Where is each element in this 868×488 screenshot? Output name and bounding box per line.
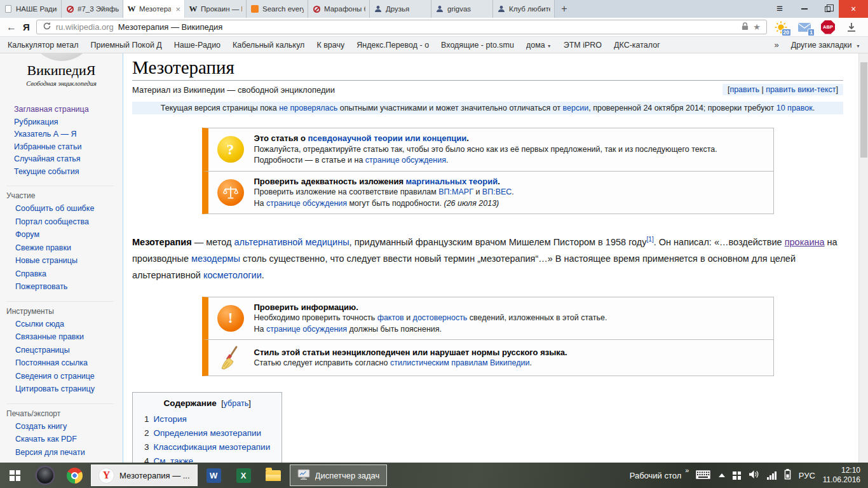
sidebar-item-help[interactable]: Справка — [15, 269, 46, 278]
toc-hide-link[interactable]: убрать — [224, 399, 248, 408]
sidebar-item-related-changes[interactable]: Связанные правки — [15, 332, 84, 341]
network-signal-icon[interactable] — [767, 471, 776, 480]
tab-nashe-radio[interactable]: НАШЕ Радио — [0, 0, 62, 18]
sidebar-item-permanent-link[interactable]: Постоянная ссылка — [15, 358, 88, 367]
tab-mezoterapiya-active[interactable]: W Мезотерапия × — [123, 0, 185, 18]
facts-link[interactable]: фактов — [377, 313, 404, 322]
sidebar-item-printable[interactable]: Версия для печати — [15, 448, 85, 457]
sidebar-item-page-info[interactable]: Сведения о странице — [15, 372, 95, 381]
tab-druzya[interactable]: Друзья — [370, 0, 431, 18]
task-manager-taskbar-button[interactable]: Диспетчер задач — [290, 464, 388, 486]
sidebar-item-forum[interactable]: Форум — [15, 230, 39, 239]
battery-icon[interactable] — [784, 469, 791, 482]
sidebar-item-featured[interactable]: Избранные статьи — [14, 142, 82, 151]
wikipedia-globe-logo[interactable] — [29, 53, 95, 61]
vp-ves-link[interactable]: ВП:ВЕС — [482, 187, 512, 196]
yandex-browser-taskbar-button[interactable]: Y Мезотерапия — ... — [91, 464, 198, 486]
version-link[interactable]: версии — [563, 104, 589, 112]
reload-icon[interactable] — [43, 22, 51, 32]
toc-link-classification[interactable]: Классификация мезотерапии — [154, 442, 271, 452]
tab-klub[interactable]: Клуб любите — [493, 0, 555, 18]
sidebar-item-donate[interactable]: Пожертвовать — [15, 282, 67, 291]
sidebar-item-recent-changes[interactable]: Свежие правки — [15, 243, 71, 252]
tab-marafony[interactable]: Марафоны бр — [308, 0, 370, 18]
toc-link-see-also[interactable]: См. также — [154, 456, 194, 463]
start-button[interactable] — [0, 463, 30, 488]
mail-extension-icon[interactable]: 1 — [797, 20, 812, 35]
vp-marg-link[interactable]: ВП:МАРГ — [438, 187, 473, 196]
sidebar-item-create-book[interactable]: Создать книгу — [15, 422, 67, 431]
tab-close-icon[interactable]: × — [174, 4, 180, 14]
clock[interactable]: 12:10 11.06.2016 — [823, 466, 860, 485]
tray-expand-icon[interactable] — [719, 473, 725, 477]
sidebar-item-main-page[interactable]: Заглавная страница — [14, 105, 89, 114]
bookmark-item[interactable]: Наше-Радио — [174, 41, 220, 50]
bookmark-star-icon[interactable]: ★ — [753, 22, 761, 32]
back-icon[interactable]: ← — [6, 22, 17, 33]
url-input[interactable]: ru.wikipedia.org Мезотерапия — Википедия… — [36, 20, 767, 34]
bookmark-item[interactable]: К врачу — [316, 41, 344, 50]
sidebar-item-download-pdf[interactable]: Скачать как PDF — [15, 435, 77, 444]
bookmark-item[interactable]: Калькулятор метал — [8, 41, 79, 50]
verifiability-link[interactable]: достоверность — [413, 313, 468, 322]
not-checked-link[interactable]: не проверялась — [279, 104, 337, 112]
windows-tray-icon[interactable] — [733, 471, 741, 480]
downloads-icon[interactable] — [844, 20, 859, 35]
tab-search-everything[interactable]: Search everyth — [247, 0, 308, 18]
reference-1[interactable]: [1] — [647, 236, 654, 243]
adblock-plus-icon[interactable]: ABP — [820, 20, 836, 35]
scrollbar-thumb[interactable] — [860, 62, 867, 158]
tab-eyjafjall[interactable]: #7_3 Эйяфьяд — [62, 0, 123, 18]
edit-link[interactable]: править — [729, 85, 759, 94]
minimize-button[interactable] — [793, 0, 816, 18]
edits-link[interactable]: 10 правок — [776, 104, 813, 112]
sidebar-item-community-portal[interactable]: Портал сообщества — [15, 217, 89, 226]
sidebar-item-current-events[interactable]: Текущие события — [14, 167, 79, 176]
touch-keyboard-icon[interactable] — [695, 470, 711, 482]
restore-button[interactable] — [816, 0, 839, 18]
desktop-toolbar[interactable]: Рабочий стол » — [630, 471, 688, 480]
bookmark-folder-doma[interactable]: дома▼ — [526, 41, 552, 50]
bookmark-item[interactable]: Яндекс.Перевод - о — [356, 41, 429, 50]
toc-link-definitions[interactable]: Определения мезотерапии — [154, 428, 262, 438]
sidebar-item-report-error[interactable]: Сообщить об ошибке — [15, 204, 94, 213]
sidebar-item-random[interactable]: Случайная статья — [14, 154, 81, 163]
fringe-theories-link[interactable]: маргинальных теорий — [406, 177, 498, 186]
sidebar-item-what-links-here[interactable]: Ссылки сюда — [15, 320, 64, 329]
sidebar-item-new-pages[interactable]: Новые страницы — [15, 256, 78, 265]
word-icon[interactable]: W — [199, 463, 229, 488]
lock-icon[interactable] — [742, 22, 749, 32]
bookmark-item[interactable]: ЭТМ iPRO — [564, 41, 602, 50]
tab-grigvas[interactable]: grigvas — [431, 0, 493, 18]
audio-app-icon[interactable] — [30, 463, 60, 488]
language-indicator[interactable]: РУС — [799, 471, 815, 480]
talk-page-link[interactable]: странице обсуждения — [365, 156, 446, 165]
procaine-link[interactable]: прокаина — [785, 237, 825, 247]
sidebar-item-cite-page[interactable]: Цитировать страницу — [15, 384, 95, 393]
talk-page-link[interactable]: странице обсуждения — [266, 325, 347, 334]
new-tab-button[interactable]: + — [555, 0, 574, 18]
bookmark-item[interactable]: Входящие - pto.smu — [441, 41, 514, 50]
excel-icon[interactable]: X — [229, 463, 259, 488]
toc-link-history[interactable]: История — [154, 414, 187, 424]
other-bookmarks-button[interactable]: Другие закладки ▼ — [791, 41, 860, 50]
file-explorer-icon[interactable] — [259, 463, 288, 488]
wikipedia-wordmark[interactable]: ВикипедиЯ — [0, 62, 123, 79]
menu-button[interactable]: ≡ — [766, 0, 793, 18]
cosmetology-link[interactable]: косметологии — [203, 270, 262, 280]
sidebar-item-special-pages[interactable]: Спецстраницы — [15, 346, 70, 355]
chrome-icon[interactable] — [60, 463, 90, 488]
mesoderm-link[interactable]: мезодермы — [191, 254, 240, 264]
page-scrollbar[interactable] — [858, 53, 868, 463]
volume-icon[interactable] — [749, 470, 759, 481]
sidebar-item-rubrication[interactable]: Рубрикация — [14, 118, 58, 126]
bookmark-item[interactable]: Приемный Покой Д — [91, 41, 162, 50]
weather-extension-icon[interactable]: 20 — [773, 20, 789, 35]
style-guidelines-link[interactable]: стилистическим правилам Википедии — [390, 358, 530, 367]
talk-page-link[interactable]: странице обсуждения — [266, 199, 347, 208]
edit-wikitext-link[interactable]: править вики-текст — [766, 85, 836, 94]
close-button[interactable]: × — [839, 0, 868, 18]
bookmark-item[interactable]: Кабельный калькул — [233, 41, 304, 50]
tab-prokain[interactable]: W Прокаин — В — [185, 0, 247, 18]
pseudoscience-link[interactable]: псевдонаучной теории или концепции — [308, 133, 466, 143]
